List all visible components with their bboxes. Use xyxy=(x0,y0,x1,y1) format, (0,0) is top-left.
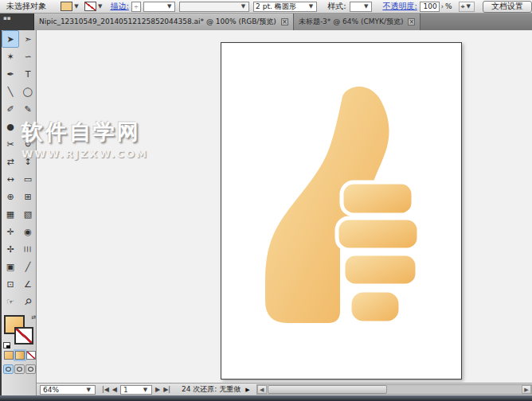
style-label: 样式: xyxy=(327,1,346,12)
eyedropper-tool[interactable]: ✛ xyxy=(2,223,19,240)
width-tool-icon: ↔ xyxy=(6,174,14,185)
measure-tool[interactable]: ∠ xyxy=(19,275,37,293)
hand-tool[interactable]: ☞ xyxy=(2,293,19,310)
free-transform-tool[interactable]: ▭ xyxy=(19,170,37,188)
stroke-link[interactable]: 描边: xyxy=(110,1,128,12)
lasso-tool-icon: ∽ xyxy=(24,52,31,62)
draw-normal-button[interactable] xyxy=(3,364,14,374)
document-setup-button[interactable]: 文档设置 xyxy=(483,1,532,13)
rotate-tool-icon: ↻ xyxy=(24,139,31,150)
artboard-navigation: |◀ ◀ 1 ▼ ▶ ▶| xyxy=(102,385,170,395)
reflect-tool[interactable]: ⇄ xyxy=(2,153,19,170)
symbol-sprayer-tool[interactable]: ✢ xyxy=(2,240,19,258)
blend-tool[interactable]: ◉ xyxy=(19,223,37,240)
type-tool[interactable]: T xyxy=(19,65,37,83)
horizontal-scrollbar[interactable]: ◀ ▶ xyxy=(256,384,532,395)
scale-tool[interactable]: ↕ xyxy=(19,153,37,170)
eyedropper-tool-icon: ✛ xyxy=(6,227,14,237)
select-similar-control[interactable]: ⌖ ▼ xyxy=(459,2,475,12)
hand-tool-icon: ☞ xyxy=(6,297,14,307)
rotate-tool[interactable]: ↻ xyxy=(19,135,37,153)
artboard-tool[interactable]: ▣ xyxy=(2,258,19,275)
slice-tool[interactable]: ╱ xyxy=(19,258,37,275)
fill-color-swatch[interactable] xyxy=(61,2,72,11)
magic-wand-tool[interactable]: ✶ xyxy=(2,48,19,65)
opacity-input[interactable]: 100 xyxy=(420,2,440,12)
brush-definition-dropdown[interactable]: 2 pt. 椭圆形 ▼ xyxy=(253,2,317,12)
print-tiling-tool[interactable]: ⊡ xyxy=(2,275,19,293)
column-graph-tool[interactable]: ||| xyxy=(19,240,37,258)
slice-tool-icon: ╱ xyxy=(25,262,31,272)
swap-fill-stroke-icon[interactable]: ⇄ xyxy=(31,314,36,321)
artboard-number-value: 1 xyxy=(123,386,128,394)
pencil-tool[interactable]: ✎ xyxy=(19,100,37,118)
scroll-right-icon[interactable]: ▶ xyxy=(522,385,531,394)
thumbs-up-artwork[interactable] xyxy=(221,43,463,380)
default-fill-stroke-icon[interactable] xyxy=(3,342,10,348)
eraser-tool[interactable]: ◪ xyxy=(19,118,37,135)
chevron-down-icon: ▼ xyxy=(85,387,92,393)
zoom-level-dropdown[interactable]: 64% ▼ xyxy=(40,385,96,395)
blend-tool-icon: ◉ xyxy=(24,227,32,237)
scrollbar-thumb[interactable] xyxy=(268,385,387,394)
tab-document-1[interactable]: Nipic_12310549_20140512125852044358.ai* … xyxy=(34,14,294,30)
lasso-tool[interactable]: ∽ xyxy=(19,48,37,65)
stroke-weight-stepper[interactable]: ÷ xyxy=(131,2,141,12)
selection-tool-icon: ➤ xyxy=(6,34,14,45)
draw-behind-button[interactable] xyxy=(14,364,25,374)
shape-builder-tool[interactable]: ⊕ xyxy=(2,188,19,205)
tools-panel-header[interactable]: ▪▪ xyxy=(0,14,34,30)
stroke-dropdown-arrow-icon[interactable]: ▼ xyxy=(96,3,104,10)
ellipse-tool[interactable]: ◯ xyxy=(19,83,37,100)
first-artboard-button[interactable]: |◀ xyxy=(102,386,109,393)
scissors-tool[interactable]: ✂ xyxy=(2,135,19,153)
blob-brush-tool[interactable]: ● xyxy=(2,118,19,135)
opacity-stepper-icon[interactable]: › xyxy=(441,3,444,10)
scroll-left-icon[interactable]: ◀ xyxy=(257,385,267,394)
selection-tool[interactable]: ➤ xyxy=(2,30,19,48)
tab-1-close-icon[interactable]: × xyxy=(281,18,288,25)
opacity-link[interactable]: 不透明度: xyxy=(382,1,417,12)
mesh-tool[interactable]: ▦ xyxy=(2,205,19,223)
pen-tool[interactable]: ✒ xyxy=(2,65,19,83)
tab-2-close-icon[interactable]: × xyxy=(408,18,415,25)
perspective-grid-tool[interactable]: ⊞ xyxy=(19,188,37,205)
tab-2-title: 未标题-3* @ 64% (CMYK/预览) xyxy=(299,17,404,27)
type-tool-icon: T xyxy=(25,69,31,80)
gradient-mode-button[interactable] xyxy=(15,351,25,360)
zoom-tool[interactable]: ⚲ xyxy=(19,293,37,310)
none-mode-button[interactable] xyxy=(26,351,36,360)
perspective-grid-tool-icon: ⊞ xyxy=(24,192,31,202)
reflect-tool-icon: ⇄ xyxy=(6,157,14,167)
paintbrush-tool[interactable]: ✐ xyxy=(2,100,19,118)
canvas-pasteboard[interactable] xyxy=(37,30,532,383)
status-info[interactable]: 24 次还原: 无重做 ▶ xyxy=(182,384,250,395)
stroke-proxy-swatch[interactable] xyxy=(14,327,33,345)
variable-width-profile-dropdown[interactable]: ▼ xyxy=(179,2,249,12)
fill-dropdown-arrow-icon[interactable]: ▼ xyxy=(72,3,80,10)
tools-grid: ➤➣✶∽✒T╲◯✐✎●◪✂↻⇄↕↔▭⊕⊞▦▧✛◉✢|||▣╱⊡∠☞⚲ xyxy=(2,30,36,310)
width-tool[interactable]: ↔ xyxy=(2,170,19,188)
previous-artboard-button[interactable]: ◀ xyxy=(112,386,117,393)
symbol-sprayer-tool-icon: ✢ xyxy=(6,244,14,255)
artboard-number-dropdown[interactable]: 1 ▼ xyxy=(120,385,152,395)
artboard[interactable] xyxy=(221,42,462,380)
direct-selection-tool[interactable]: ➣ xyxy=(19,30,37,48)
stroke-color-swatch[interactable] xyxy=(84,2,96,11)
illustrator-window: 未选择对象 ▼ ▼ 描边: ÷ ▼ ▼ 2 pt. 椭圆形 ▼ 样式: ▼ 不透… xyxy=(0,0,532,401)
free-transform-tool-icon: ▭ xyxy=(24,174,32,185)
tools-panel: ➤➣✶∽✒T╲◯✐✎●◪✂↻⇄↕↔▭⊕⊞▦▧✛◉✢|||▣╱⊡∠☞⚲ ⇄ xyxy=(0,30,37,395)
tab-1-title: Nipic_12310549_20140512125852044358.ai* … xyxy=(39,17,276,27)
percent-label: % xyxy=(445,2,452,10)
color-mode-button[interactable] xyxy=(4,351,14,360)
tab-document-2[interactable]: 未标题-3* @ 64% (CMYK/预览) × xyxy=(294,14,421,30)
stroke-weight-dropdown[interactable]: ▼ xyxy=(143,2,175,12)
line-segment-tool[interactable]: ╲ xyxy=(2,83,19,100)
chevron-down-icon: ▼ xyxy=(362,3,370,10)
last-artboard-button[interactable]: ▶| xyxy=(163,386,170,393)
draw-inside-button[interactable] xyxy=(25,364,36,374)
status-popup-arrow-icon[interactable]: ▶ xyxy=(245,387,249,393)
gradient-tool[interactable]: ▧ xyxy=(19,205,37,223)
style-dropdown[interactable]: ▼ xyxy=(350,2,373,12)
next-artboard-button[interactable]: ▶ xyxy=(155,386,160,393)
